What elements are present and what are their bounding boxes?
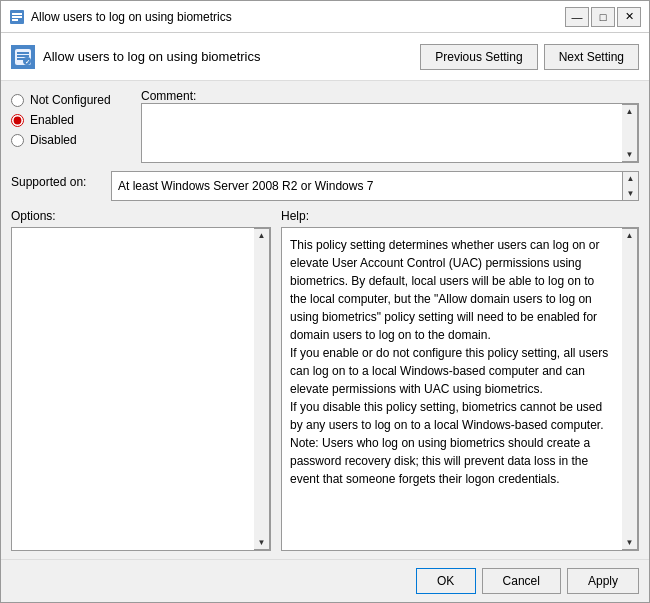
maximize-button[interactable]: □: [591, 7, 615, 27]
window-title: Allow users to log on using biometrics: [31, 10, 565, 24]
svg-rect-2: [12, 16, 22, 18]
close-button[interactable]: ✕: [617, 7, 641, 27]
help-label: Help:: [281, 209, 639, 223]
help-scrollbar[interactable]: ▲ ▼: [622, 228, 638, 550]
help-para-4: Note: Users who log on using biometrics …: [290, 434, 614, 488]
supported-on-label: Supported on:: [11, 171, 111, 201]
header-title: Allow users to log on using biometrics: [43, 49, 420, 64]
help-scroll-up[interactable]: ▲: [626, 229, 634, 242]
cancel-button[interactable]: Cancel: [482, 568, 561, 594]
footer: OK Cancel Apply: [1, 559, 649, 602]
radio-group: Not Configured Enabled Disabled: [11, 89, 131, 163]
help-para-1: This policy setting determines whether u…: [290, 236, 614, 344]
minimize-button[interactable]: —: [565, 7, 589, 27]
not-configured-label: Not Configured: [30, 93, 111, 107]
supported-scroll-down[interactable]: ▼: [627, 187, 635, 200]
enabled-radio[interactable]: [11, 114, 24, 127]
help-scroll-down[interactable]: ▼: [626, 536, 634, 549]
title-bar-controls: — □ ✕: [565, 7, 641, 27]
disabled-label: Disabled: [30, 133, 77, 147]
supported-scroll-up[interactable]: ▲: [627, 172, 635, 185]
policy-icon: ✓: [11, 45, 35, 69]
options-scroll-down[interactable]: ▼: [258, 536, 266, 549]
enabled-label: Enabled: [30, 113, 74, 127]
window-icon: [9, 9, 25, 25]
options-section: Options: ▲ ▼: [11, 209, 271, 551]
comment-scroll-down[interactable]: ▼: [626, 148, 634, 161]
svg-rect-6: [17, 55, 29, 57]
main-window: Allow users to log on using biometrics —…: [0, 0, 650, 603]
supported-on-value: At least Windows Server 2008 R2 or Windo…: [111, 171, 623, 201]
options-area: ▲ ▼: [11, 227, 271, 551]
help-content: This policy setting determines whether u…: [282, 228, 622, 550]
svg-rect-5: [17, 52, 29, 54]
disabled-option[interactable]: Disabled: [11, 133, 131, 147]
next-setting-button[interactable]: Next Setting: [544, 44, 639, 70]
disabled-radio[interactable]: [11, 134, 24, 147]
header-bar: ✓ Allow users to log on using biometrics…: [1, 33, 649, 81]
comment-textarea[interactable]: [142, 104, 622, 162]
not-configured-radio[interactable]: [11, 94, 24, 107]
comment-scrollbar[interactable]: ▲ ▼: [622, 104, 638, 162]
main-content: Not Configured Enabled Disabled Comment:: [1, 81, 649, 559]
comment-label: Comment:: [141, 89, 639, 103]
apply-button[interactable]: Apply: [567, 568, 639, 594]
help-section: Help: This policy setting determines whe…: [281, 209, 639, 551]
svg-rect-3: [12, 19, 18, 21]
comment-area-wrapper: ▲ ▼: [141, 103, 639, 163]
help-para-2: If you enable or do not configure this p…: [290, 344, 614, 398]
top-section: Not Configured Enabled Disabled Comment:: [11, 89, 639, 163]
help-area: This policy setting determines whether u…: [281, 227, 639, 551]
supported-scrollbar[interactable]: ▲ ▼: [623, 171, 639, 201]
ok-button[interactable]: OK: [416, 568, 476, 594]
not-configured-option[interactable]: Not Configured: [11, 93, 131, 107]
help-para-3: If you disable this policy setting, biom…: [290, 398, 614, 434]
title-bar: Allow users to log on using biometrics —…: [1, 1, 649, 33]
enabled-option[interactable]: Enabled: [11, 113, 131, 127]
svg-rect-1: [12, 13, 22, 15]
comment-section: Comment: ▲ ▼: [141, 89, 639, 163]
bottom-section: Options: ▲ ▼ Help: This policy setting d…: [11, 209, 639, 551]
comment-scroll-up[interactable]: ▲: [626, 105, 634, 118]
previous-setting-button[interactable]: Previous Setting: [420, 44, 537, 70]
options-label: Options:: [11, 209, 271, 223]
svg-text:✓: ✓: [25, 59, 30, 65]
options-content: [12, 228, 254, 550]
header-buttons: Previous Setting Next Setting: [420, 44, 639, 70]
options-scrollbar[interactable]: ▲ ▼: [254, 228, 270, 550]
options-scroll-up[interactable]: ▲: [258, 229, 266, 242]
supported-on-row: Supported on: At least Windows Server 20…: [11, 171, 639, 201]
